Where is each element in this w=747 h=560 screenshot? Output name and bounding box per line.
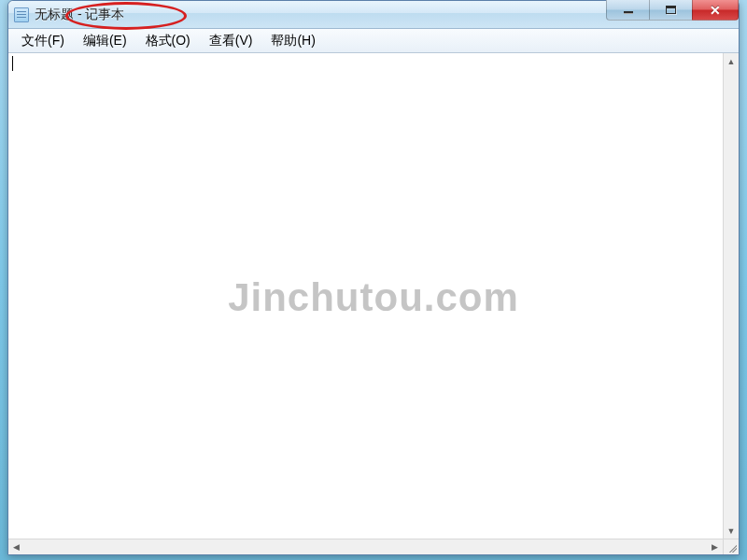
menu-view[interactable]: 查看(V) (200, 30, 262, 52)
scroll-down-icon[interactable]: ▼ (724, 523, 739, 539)
scroll-up-icon[interactable]: ▲ (724, 53, 739, 69)
notepad-window: 无标题 - 记事本 ✕ 文件(F) 编辑(E) 格式(O) 查看(V) 帮助(H… (7, 0, 740, 555)
horizontal-scrollbar[interactable]: ◀ ▶ (8, 539, 723, 554)
scroll-track-h[interactable] (24, 539, 707, 554)
close-icon: ✕ (710, 3, 721, 18)
menu-file[interactable]: 文件(F) (12, 30, 74, 52)
window-controls: ✕ (606, 0, 739, 21)
vertical-scrollbar[interactable]: ▲ ▼ (723, 53, 739, 539)
text-cursor (12, 56, 13, 71)
bottom-scroll-row: ◀ ▶ (8, 539, 739, 554)
window-title: 无标题 - 记事本 (35, 7, 124, 23)
minimize-icon (624, 11, 633, 14)
editor-area: ▲ ▼ (8, 53, 739, 539)
maximize-button[interactable] (649, 0, 692, 21)
resize-grip[interactable] (723, 539, 739, 554)
scroll-track-v[interactable] (724, 69, 739, 523)
scroll-right-icon[interactable]: ▶ (707, 539, 723, 554)
menu-edit[interactable]: 编辑(E) (74, 30, 136, 52)
menu-bar: 文件(F) 编辑(E) 格式(O) 查看(V) 帮助(H) (8, 29, 739, 53)
close-button[interactable]: ✕ (692, 0, 739, 21)
maximize-icon (666, 6, 676, 14)
scroll-left-icon[interactable]: ◀ (8, 539, 24, 554)
title-bar[interactable]: 无标题 - 记事本 ✕ (8, 1, 739, 29)
minimize-button[interactable] (606, 0, 649, 21)
menu-help[interactable]: 帮助(H) (261, 30, 324, 52)
menu-format[interactable]: 格式(O) (136, 30, 200, 52)
notepad-icon (14, 7, 29, 22)
text-editor[interactable] (8, 53, 723, 539)
